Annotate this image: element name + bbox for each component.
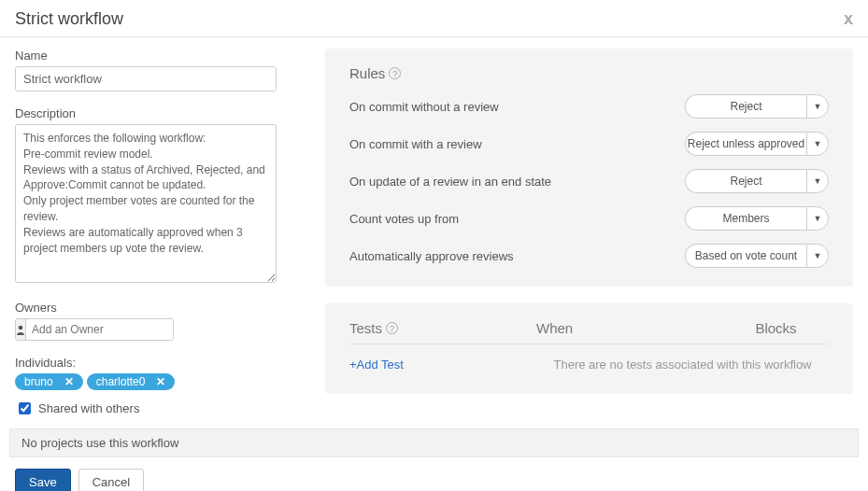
- individual-chip: charlotte0 ✕: [87, 373, 176, 390]
- rule-dropdown[interactable]: Based on vote count ▼: [685, 244, 829, 268]
- status-bar: No projects use this workflow: [9, 428, 859, 457]
- rule-label: Automatically approve reviews: [349, 249, 514, 263]
- person-icon: [16, 319, 26, 340]
- chip-label: bruno: [24, 375, 53, 388]
- tests-empty-text: There are no tests associated with this …: [536, 358, 829, 372]
- description-label: Description: [15, 106, 295, 120]
- svg-point-0: [19, 325, 23, 330]
- rule-label: On update of a review in an end state: [349, 175, 551, 189]
- chevron-down-icon[interactable]: ▼: [806, 169, 829, 193]
- owner-input[interactable]: [26, 319, 174, 340]
- individual-chip: bruno ✕: [15, 373, 83, 390]
- tests-col-when: When: [536, 320, 723, 336]
- chevron-down-icon[interactable]: ▼: [806, 206, 829, 231]
- dropdown-value: Reject: [685, 169, 806, 193]
- chip-label: charlotte0: [96, 375, 146, 388]
- name-label: Name: [15, 49, 295, 63]
- shared-checkbox-row[interactable]: Shared with others: [15, 400, 295, 417]
- help-icon[interactable]: ?: [386, 322, 398, 334]
- chevron-down-icon[interactable]: ▼: [806, 132, 829, 156]
- dropdown-value: Reject unless approved: [685, 132, 806, 156]
- rule-label: On commit with a review: [349, 137, 482, 151]
- close-icon[interactable]: x: [844, 9, 853, 29]
- dropdown-value: Reject: [685, 94, 806, 119]
- dialog-title: Strict workflow: [15, 9, 123, 29]
- rule-dropdown[interactable]: Reject unless approved ▼: [685, 132, 829, 156]
- rule-dropdown[interactable]: Reject ▼: [685, 169, 829, 193]
- rule-label: Count votes up from: [349, 212, 459, 226]
- dropdown-value: Based on vote count: [685, 244, 806, 268]
- rule-dropdown[interactable]: Reject ▼: [685, 94, 829, 119]
- shared-checkbox[interactable]: [19, 402, 31, 414]
- dialog-header: Strict workflow x: [0, 0, 868, 37]
- chip-remove-icon[interactable]: ✕: [152, 375, 169, 388]
- name-input[interactable]: [15, 66, 277, 91]
- shared-label: Shared with others: [38, 401, 139, 415]
- tests-panel: Tests ? When Blocks +Add Test There are …: [325, 303, 853, 394]
- dropdown-value: Members: [685, 206, 806, 231]
- rules-panel: Rules ? On commit without a review Rejec…: [325, 49, 853, 287]
- help-icon[interactable]: ?: [389, 67, 401, 79]
- chevron-down-icon[interactable]: ▼: [806, 94, 829, 119]
- rule-label: On commit without a review: [349, 100, 499, 114]
- rule-dropdown[interactable]: Members ▼: [685, 206, 829, 231]
- save-button[interactable]: Save: [15, 469, 71, 491]
- cancel-button[interactable]: Cancel: [78, 469, 144, 491]
- owners-label: Owners: [15, 301, 295, 315]
- individuals-label: Individuals:: [15, 356, 295, 370]
- chip-remove-icon[interactable]: ✕: [61, 375, 78, 388]
- description-textarea[interactable]: [15, 124, 277, 283]
- chevron-down-icon[interactable]: ▼: [806, 244, 829, 268]
- tests-title: Tests: [349, 320, 382, 336]
- add-test-link[interactable]: +Add Test: [349, 358, 536, 372]
- tests-col-blocks: Blocks: [723, 320, 829, 336]
- rules-title: Rules: [349, 65, 385, 81]
